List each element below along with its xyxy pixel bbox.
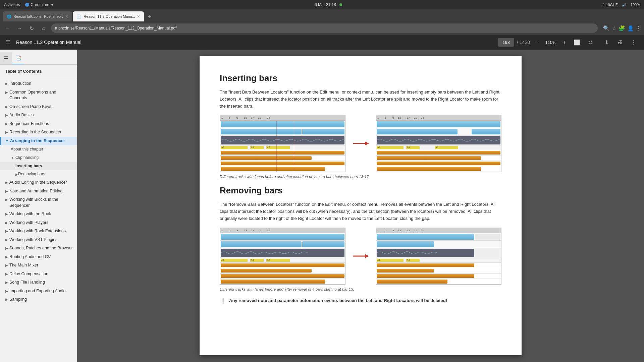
sidebar-sub-sub-item-label: Inserting bars xyxy=(15,163,42,169)
chevron-right-icon: ▶ xyxy=(5,105,8,109)
chevron-right-icon: ▶ xyxy=(15,172,18,177)
sidebar-item-common-ops[interactable]: ▶ Common Operations and Concepts xyxy=(0,88,77,103)
arrow-right-1 xyxy=(352,139,369,147)
sidebar-item-import-export[interactable]: ▶ Importing and Exporting Audio xyxy=(0,287,77,296)
sidebar-item-note-auto[interactable]: ▶ Note and Automation Editing xyxy=(0,187,77,196)
system-bar-right: 1.10GHZ 🔊 100% xyxy=(603,3,640,7)
chevron-right-icon: ▶ xyxy=(5,130,8,135)
reload-button[interactable]: ↻ xyxy=(27,23,36,33)
chevron-right-icon: ▶ xyxy=(5,289,8,294)
sidebar: ☰ 📑 Table of Contents ▶ Introduction ▶ C… xyxy=(0,50,77,362)
chevron-down-icon: ▼ xyxy=(5,139,9,143)
section2-body: The "Remove Bars Between Locators" funct… xyxy=(220,201,501,222)
page-area[interactable]: Inserting bars The "Insert Bars Between … xyxy=(77,50,644,362)
sidebar-item-label: Common Operations and Concepts xyxy=(9,89,74,101)
zoom-in-button[interactable]: + xyxy=(560,38,569,47)
sidebar-item-routing[interactable]: ▶ Routing Audio and CV xyxy=(0,253,77,261)
sidebar-item-blocks[interactable]: ▶ Working with Blocks in the Sequencer xyxy=(0,195,77,210)
tab-reason-manual[interactable]: 📄 Reason 11.2 Operation Manu... × xyxy=(73,11,144,21)
chevron-down-icon: ▼ xyxy=(11,156,14,160)
forward-button[interactable]: → xyxy=(15,23,24,33)
account-icon[interactable]: 👤 xyxy=(627,25,634,32)
tab-close-2[interactable]: × xyxy=(137,14,140,19)
sidebar-item-delay-comp[interactable]: ▶ Delay Compensation xyxy=(0,270,77,279)
main-layout: ☰ 📑 Table of Contents ▶ Introduction ▶ C… xyxy=(0,50,644,362)
new-tab-button[interactable]: + xyxy=(145,12,154,21)
chevron-right-icon: ▶ xyxy=(5,246,8,251)
sidebar-item-main-mixer[interactable]: ▶ The Main Mixer xyxy=(0,261,77,270)
tab-close-1[interactable]: × xyxy=(65,14,68,19)
sidebar-item-audio-editing[interactable]: ▶ Audio Editing in the Sequencer xyxy=(0,178,77,187)
sidebar-item-arranging[interactable]: ▼ Arranging in the Sequencer xyxy=(0,137,77,145)
rotate-button[interactable]: ↺ xyxy=(585,37,596,48)
sidebar-item-label: Song File Handling xyxy=(9,280,45,286)
section1-body: The "Insert Bars Between Locators" funct… xyxy=(220,89,501,110)
sidebar-item-label: Introduction xyxy=(9,81,31,87)
chevron-right-icon: ▶ xyxy=(5,113,8,118)
chevron-right-icon: ▶ xyxy=(5,189,8,194)
sidebar-bookmark-icon[interactable]: 📑 xyxy=(12,52,24,64)
chevron-right-icon: ▶ xyxy=(5,255,8,259)
sidebar-item-introduction[interactable]: ▶ Introduction xyxy=(0,79,77,88)
more-options-button[interactable]: ⋮ xyxy=(628,37,639,48)
sidebar-item-audio-basics[interactable]: ▶ Audio Basics xyxy=(0,111,77,120)
hamburger-menu[interactable]: ☰ xyxy=(5,39,11,46)
zoom-out-button[interactable]: − xyxy=(533,38,541,47)
activities-label[interactable]: Activities xyxy=(4,2,20,7)
page-separator: / 1420 xyxy=(517,40,530,45)
chevron-right-icon: ▶ xyxy=(5,272,8,277)
toolbar-icons: 🔍 ☆ 🧩 👤 ⋮ xyxy=(603,25,641,32)
sidebar-item-sounds[interactable]: ▶ Sounds, Patches and the Browser xyxy=(0,244,77,253)
sidebar-item-label: On-screen Piano Keys xyxy=(9,104,51,110)
sidebar-item-label: Sampling xyxy=(9,297,27,303)
system-bar-center: 6 Mar 21:18 xyxy=(315,2,342,7)
sidebar-sub-item-about-chapter[interactable]: About this chapter xyxy=(0,145,77,154)
menu-icon[interactable]: ⋮ xyxy=(636,25,641,32)
chevron-right-icon: ▶ xyxy=(5,263,8,268)
print-button[interactable]: 🖨 xyxy=(614,37,625,48)
sidebar-item-label: Working with Players xyxy=(9,220,48,226)
tab-reasontalk[interactable]: 🌐 ReasonTalk.com - Post a reply × xyxy=(3,11,72,21)
warning-icon: ❕ xyxy=(220,298,226,304)
sidebar-item-recording[interactable]: ▶ Recording in the Sequencer xyxy=(0,128,77,137)
sidebar-item-piano-keys[interactable]: ▶ On-screen Piano Keys xyxy=(0,103,77,111)
pdf-controls: / 1420 − 110% + ⬜ ↺ xyxy=(498,37,596,48)
back-button[interactable]: ← xyxy=(3,23,12,33)
home-button[interactable]: ⌂ xyxy=(39,23,48,33)
system-bar-left: Activities Chromium ▼ xyxy=(4,2,54,7)
page-number-input[interactable] xyxy=(498,38,514,47)
warning-text: Any removed note and parameter automatio… xyxy=(229,298,447,303)
chevron-right-icon: ▶ xyxy=(5,81,8,86)
fit-page-button[interactable]: ⬜ xyxy=(572,37,582,48)
sidebar-toc-icon[interactable]: ☰ xyxy=(0,52,12,64)
sidebar-sub-sub-item-removing-bars[interactable]: ▶ Removing bars xyxy=(0,170,77,178)
bookmark-star-icon[interactable]: ☆ xyxy=(612,25,616,32)
sidebar-sub-sub-item-inserting-bars[interactable]: Inserting bars xyxy=(0,162,77,170)
chevron-right-icon: ▶ xyxy=(5,90,8,95)
toc-header: Table of Contents xyxy=(0,66,77,78)
sidebar-item-label: Audio Basics xyxy=(9,112,34,118)
arrow-right-2 xyxy=(352,252,369,260)
browser-label[interactable]: Chromium ▼ xyxy=(25,2,54,7)
sidebar-item-players[interactable]: ▶ Working with Players xyxy=(0,219,77,227)
after-diagram-1: 15913172125 xyxy=(376,115,501,172)
chevron-right-icon: ▶ xyxy=(5,212,8,217)
sidebar-item-rack[interactable]: ▶ Working with the Rack xyxy=(0,210,77,219)
sidebar-item-song-file[interactable]: ▶ Song File Handling xyxy=(0,278,77,287)
sidebar-sub-item-clip-handling[interactable]: ▼ Clip handling xyxy=(0,154,77,162)
sidebar-sub-sub-item-label: Removing bars xyxy=(18,171,45,177)
sidebar-item-label: Working with VST Plugins xyxy=(9,237,57,243)
extensions-icon[interactable]: 🧩 xyxy=(619,25,625,32)
sidebar-item-label: Working with the Rack xyxy=(9,211,51,217)
download-button[interactable]: ⬇ xyxy=(601,37,612,48)
before-diagram-1: 15913172125 xyxy=(220,115,345,172)
sidebar-item-vst[interactable]: ▶ Working with VST Plugins xyxy=(0,236,77,244)
sidebar-item-label: Routing Audio and CV xyxy=(9,254,51,260)
search-icon[interactable]: 🔍 xyxy=(603,25,610,32)
sidebar-item-rack-ext[interactable]: ▶ Working with Rack Extensions xyxy=(0,227,77,236)
sidebar-item-seq-functions[interactable]: ▶ Sequencer Functions xyxy=(0,120,77,128)
chevron-right-icon: ▶ xyxy=(5,180,8,185)
address-input[interactable] xyxy=(51,23,598,33)
pdf-page: Inserting bars The "Insert Bars Between … xyxy=(200,56,522,355)
sidebar-item-sampling[interactable]: ▶ Sampling xyxy=(0,295,77,304)
